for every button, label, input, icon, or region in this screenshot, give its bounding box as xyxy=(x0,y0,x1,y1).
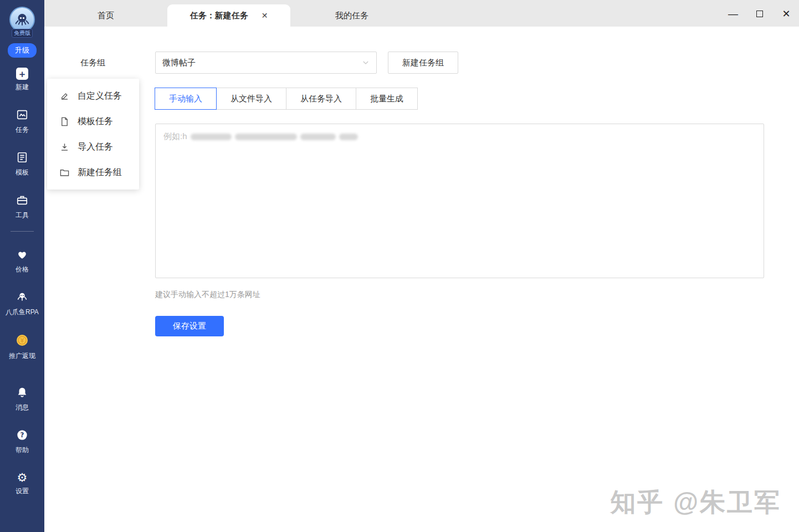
new-task-group-button[interactable]: 新建任务组 xyxy=(388,52,458,74)
sidebar-item-new[interactable]: ＋ 新建 xyxy=(1,68,44,92)
sidebar: 免费版 升级 ＋ 新建 任务 模板 工具 xyxy=(0,0,44,532)
menu-item-label: 导入任务 xyxy=(78,141,113,153)
blurred-url-segment xyxy=(191,134,232,140)
upgrade-button[interactable]: 升级 xyxy=(8,43,37,58)
menu-item-new-task-group[interactable]: 新建任务组 xyxy=(47,160,139,185)
new-task-popup-menu: 自定义任务 模板任务 导入任务 新建任务组 xyxy=(47,79,139,190)
sidebar-item-label: 帮助 xyxy=(16,446,29,455)
folder-icon xyxy=(59,167,70,178)
window-controls: — ✕ xyxy=(726,7,793,21)
file-icon xyxy=(59,116,70,127)
sidebar-item-label: 价格 xyxy=(16,265,29,274)
url-placeholder: 例如:h xyxy=(163,131,756,142)
input-tab-manual[interactable]: 手动输入 xyxy=(155,88,217,110)
maximize-icon xyxy=(756,11,763,17)
help-icon: ? xyxy=(16,429,28,443)
input-tab-batch-generate[interactable]: 批量生成 xyxy=(356,88,418,110)
free-plan-badge: 免费版 xyxy=(12,29,33,38)
chevron-down-icon xyxy=(362,59,370,66)
menu-item-label: 模板任务 xyxy=(78,116,113,127)
menu-item-template-task[interactable]: 模板任务 xyxy=(47,109,139,134)
sidebar-item-label: 新建 xyxy=(16,83,29,92)
bell-icon xyxy=(16,386,28,400)
sidebar-item-help[interactable]: ? 帮助 xyxy=(1,429,44,455)
tab-bar: 首页 任务：新建任务 ✕ 我的任务 xyxy=(44,0,799,27)
price-icon xyxy=(16,248,28,262)
sidebar-item-rpa[interactable]: 八爪鱼RPA xyxy=(1,291,44,317)
sidebar-item-label: 推广返现 xyxy=(9,351,35,361)
close-tab-icon[interactable]: ✕ xyxy=(262,11,268,20)
sidebar-item-settings[interactable]: ⚙ 设置 xyxy=(1,472,44,496)
task-icon xyxy=(16,109,28,122)
sidebar-item-label: 任务 xyxy=(16,125,29,135)
input-method-tabs: 手动输入 从文件导入 从任务导入 批量生成 xyxy=(155,88,418,110)
sidebar-divider xyxy=(11,231,34,232)
tools-icon xyxy=(16,194,28,208)
menu-item-import-task[interactable]: 导入任务 xyxy=(47,134,139,160)
gear-icon: ⚙ xyxy=(17,472,28,484)
sidebar-item-pricing[interactable]: 价格 xyxy=(1,248,44,274)
close-button[interactable]: ✕ xyxy=(779,7,793,21)
sidebar-item-referral[interactable]: 推广返现 xyxy=(1,334,44,361)
input-tab-from-file[interactable]: 从文件导入 xyxy=(216,88,286,110)
menu-item-label: 新建任务组 xyxy=(78,167,122,178)
tab-label: 我的任务 xyxy=(335,11,368,21)
blurred-url-segment xyxy=(300,134,336,140)
url-placeholder-prefix: 例如:h xyxy=(163,131,187,142)
main-content: 任务组 微博帖子 新建任务组 自定义任务 模板任务 导入任务 xyxy=(44,27,799,532)
sidebar-item-tasks[interactable]: 任务 xyxy=(1,109,44,135)
url-limit-hint: 建议手动输入不超过1万条网址 xyxy=(155,290,260,300)
save-settings-button[interactable]: 保存设置 xyxy=(155,316,224,336)
account-avatar[interactable]: 免费版 xyxy=(8,7,36,37)
gold-coin-icon xyxy=(16,334,29,349)
minimize-button[interactable]: — xyxy=(726,7,740,21)
edit-icon xyxy=(59,91,70,101)
sidebar-item-label: 工具 xyxy=(16,211,29,220)
sidebar-item-label: 设置 xyxy=(16,487,29,496)
blurred-url-segment xyxy=(339,134,358,140)
input-tab-from-task[interactable]: 从任务导入 xyxy=(286,88,356,110)
sidebar-item-label: 八爪鱼RPA xyxy=(6,308,39,317)
plus-icon: ＋ xyxy=(16,68,28,80)
tab-label: 首页 xyxy=(98,11,114,21)
sidebar-item-tools[interactable]: 工具 xyxy=(1,194,44,220)
tab-label: 任务：新建任务 xyxy=(190,11,248,21)
url-input-textarea[interactable]: 例如:h xyxy=(155,124,764,278)
sidebar-item-label: 模板 xyxy=(16,168,29,177)
maximize-button[interactable] xyxy=(752,7,767,21)
template-icon xyxy=(16,151,28,165)
task-group-selected-value: 微博帖子 xyxy=(162,58,196,68)
octopus-rpa-icon xyxy=(16,291,28,305)
task-group-label: 任务组 xyxy=(80,58,105,68)
watermark-text: 知乎 @朱卫军 xyxy=(610,485,781,520)
tab-new-task[interactable]: 任务：新建任务 ✕ xyxy=(167,4,290,27)
sidebar-item-messages[interactable]: 消息 xyxy=(1,386,44,412)
blurred-url-segment xyxy=(235,134,297,140)
task-group-select[interactable]: 微博帖子 xyxy=(155,52,377,74)
menu-item-label: 自定义任务 xyxy=(78,90,122,102)
menu-item-custom-task[interactable]: 自定义任务 xyxy=(47,83,139,109)
tab-my-tasks[interactable]: 我的任务 xyxy=(290,4,413,27)
svg-text:?: ? xyxy=(21,431,24,439)
sidebar-item-templates[interactable]: 模板 xyxy=(1,151,44,177)
import-icon xyxy=(59,142,70,152)
tab-home[interactable]: 首页 xyxy=(44,4,167,27)
sidebar-item-label: 消息 xyxy=(16,403,29,412)
